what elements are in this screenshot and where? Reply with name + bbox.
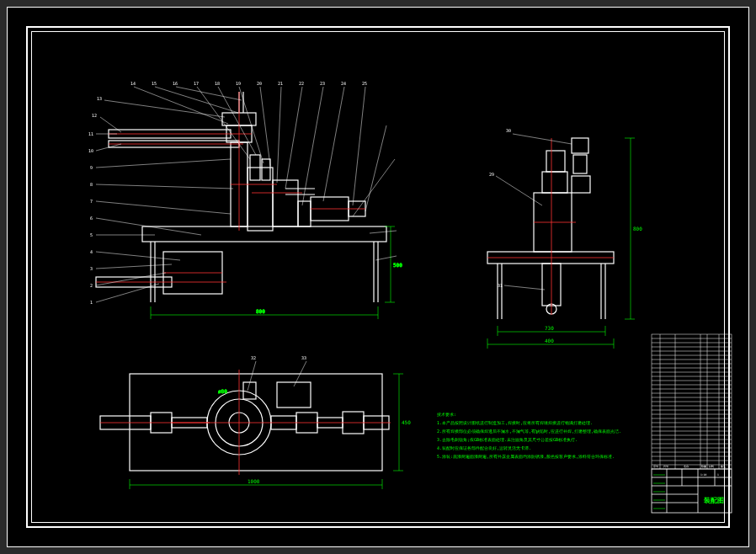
svg-text:ø80: ø80 <box>218 388 227 394</box>
svg-line-53 <box>197 87 250 159</box>
svg-text:1000: 1000 <box>248 478 260 484</box>
svg-line-56 <box>260 87 270 166</box>
svg-line-52 <box>176 87 242 100</box>
svg-line-57 <box>277 87 281 183</box>
svg-text:8: 8 <box>90 182 93 187</box>
plan-view: 32 33 ø80 1000 450 <box>100 355 411 489</box>
svg-rect-101 <box>572 176 590 193</box>
svg-rect-9 <box>273 180 298 226</box>
svg-line-64 <box>370 231 397 233</box>
cad-canvas: 800 500 <box>7 7 749 547</box>
svg-line-44 <box>96 184 233 189</box>
svg-text:6: 6 <box>90 216 93 221</box>
svg-text:30: 30 <box>506 128 511 133</box>
svg-text:5.涂装:底漆两遍面漆两遍,所有外露金属表面均涂防锈漆,颜色: 5.涂装:底漆两遍面漆两遍,所有外露金属表面均涂防锈漆,颜色按客户要求,涂料符合… <box>437 454 615 459</box>
svg-text:2.所有焊接部位必须确保焊透后不漏水,不漏气等,有缺陷时,应: 2.所有焊接部位必须确保焊透后不漏水,不漏气等,有缺陷时,应进行补焊,打磨整理,… <box>437 429 621 434</box>
svg-text:730: 730 <box>545 325 554 331</box>
svg-text:450: 450 <box>402 419 411 425</box>
svg-text:12: 12 <box>92 113 97 118</box>
parts-list: 序号 代号 名称 数量 材料 备注 <box>652 334 732 469</box>
svg-line-37 <box>96 284 159 302</box>
svg-text:29: 29 <box>489 172 494 177</box>
svg-text:24: 24 <box>341 81 346 86</box>
drawing-svg: 800 500 <box>33 33 740 538</box>
svg-text:名称: 名称 <box>684 465 689 468</box>
svg-line-49 <box>104 100 225 117</box>
svg-text:备注: 备注 <box>721 465 726 468</box>
svg-text:11: 11 <box>88 131 93 136</box>
svg-line-58 <box>285 87 302 189</box>
svg-text:序号: 序号 <box>653 465 658 468</box>
svg-text:32: 32 <box>251 355 256 360</box>
side-view: 29 30 31 730 400 800 <box>487 128 642 349</box>
notes-heading: 技术要求: <box>436 412 456 417</box>
dim-front-height: 500 <box>393 262 402 268</box>
svg-line-61 <box>353 87 365 205</box>
svg-text:25: 25 <box>362 81 367 86</box>
svg-line-45 <box>96 159 231 168</box>
svg-text:18: 18 <box>215 81 220 86</box>
svg-text:代号: 代号 <box>663 465 668 468</box>
svg-line-40 <box>96 252 180 260</box>
svg-line-108 <box>513 134 572 144</box>
svg-text:2: 2 <box>90 283 93 288</box>
svg-rect-203 <box>652 469 732 513</box>
svg-text:1: 1 <box>90 300 93 305</box>
svg-line-63 <box>353 159 395 216</box>
technical-notes: 技术要求: 1.本产品按照设计图纸进行制造加工,焊接时,应将所有焊缝焊接进行饱满… <box>436 412 621 459</box>
svg-line-60 <box>323 87 344 201</box>
svg-text:20: 20 <box>257 81 262 86</box>
svg-rect-0 <box>142 226 386 242</box>
svg-text:数量: 数量 <box>701 465 706 468</box>
svg-text:1: 1 <box>717 473 719 477</box>
drawing-area: 800 500 <box>33 33 723 521</box>
svg-rect-99 <box>572 138 588 153</box>
svg-text:4.装配时应保证各部件配合良好,运转灵活无卡滞.: 4.装配时应保证各部件配合良好,运转灵活无卡滞. <box>437 445 531 450</box>
svg-text:7: 7 <box>90 199 93 204</box>
svg-text:33: 33 <box>301 355 306 360</box>
svg-line-109 <box>504 285 545 290</box>
svg-text:1.本产品按照设计图纸进行制造加工,焊接时,应将所有焊缝焊接: 1.本产品按照设计图纸进行制造加工,焊接时,应将所有焊缝焊接进行饱满打磨处理. <box>437 420 593 425</box>
svg-text:1:10: 1:10 <box>700 473 706 477</box>
svg-rect-97 <box>542 172 567 193</box>
svg-text:13: 13 <box>97 96 102 101</box>
svg-rect-100 <box>573 155 587 173</box>
svg-text:23: 23 <box>320 81 325 86</box>
svg-text:400: 400 <box>545 338 554 344</box>
svg-line-59 <box>302 87 323 205</box>
title-block: 装配图 1:10 1 <box>652 469 732 513</box>
svg-text:31: 31 <box>498 283 503 288</box>
svg-text:22: 22 <box>299 81 304 86</box>
svg-rect-98 <box>546 151 565 172</box>
svg-text:10: 10 <box>88 148 93 153</box>
svg-text:14: 14 <box>130 81 136 86</box>
svg-text:3.去除毛刺锐角;依GB标准表面处理.未注圆角及其尺寸公差按: 3.去除毛刺锐角;依GB标准表面处理.未注圆角及其尺寸公差按GB标准执行. <box>437 437 578 442</box>
svg-text:4: 4 <box>90 249 93 254</box>
svg-line-43 <box>96 201 231 214</box>
svg-text:9: 9 <box>90 165 93 170</box>
svg-line-107 <box>496 176 542 205</box>
svg-text:21: 21 <box>278 81 283 86</box>
svg-text:800: 800 <box>633 226 642 232</box>
svg-text:16: 16 <box>173 81 178 86</box>
svg-line-39 <box>96 264 172 269</box>
svg-text:17: 17 <box>194 81 199 86</box>
svg-rect-138 <box>243 382 256 399</box>
front-view: 800 500 <box>88 81 402 319</box>
svg-text:材料: 材料 <box>708 465 714 468</box>
svg-text:19: 19 <box>236 81 241 86</box>
svg-line-142 <box>248 361 256 391</box>
svg-text:3: 3 <box>90 266 93 271</box>
drawing-title: 装配图 <box>703 497 724 504</box>
svg-text:15: 15 <box>152 81 157 86</box>
dim-front-width: 800 <box>256 308 265 314</box>
svg-text:5: 5 <box>90 232 93 237</box>
svg-line-65 <box>375 256 397 260</box>
svg-line-62 <box>365 125 386 211</box>
svg-rect-20 <box>298 201 311 226</box>
svg-line-54 <box>218 87 256 155</box>
